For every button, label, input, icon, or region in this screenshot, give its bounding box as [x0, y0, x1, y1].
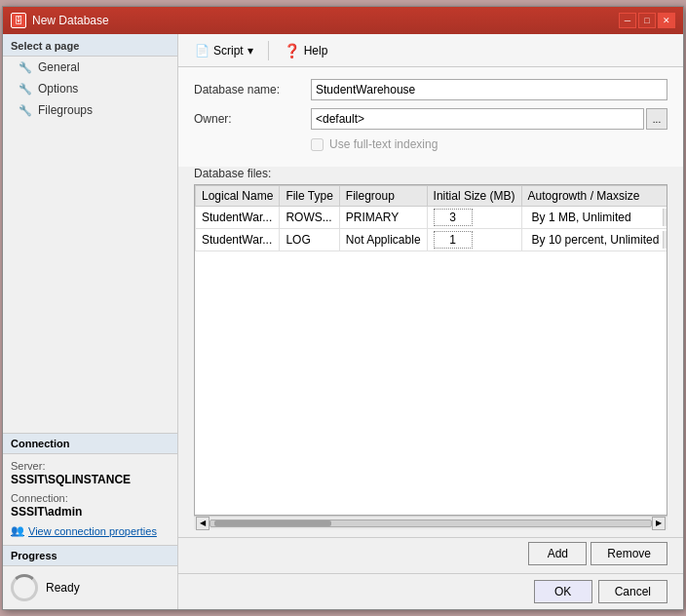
script-dropdown-icon: ▾: [248, 44, 253, 58]
maximize-button[interactable]: □: [638, 13, 656, 28]
title-bar: 🗄 New Database ─ □ ✕: [3, 7, 683, 34]
owner-row: Owner: ...: [194, 108, 667, 130]
spinner-circle: [11, 574, 38, 601]
main-window: 🗄 New Database ─ □ ✕ Select a page 🔧 Gen…: [2, 6, 684, 610]
scroll-right-button[interactable]: ▶: [652, 517, 666, 530]
scrollbar-track[interactable]: [210, 520, 652, 527]
sidebar-section-label: Select a page: [3, 34, 177, 57]
script-button[interactable]: 📄 Script ▾: [186, 40, 262, 61]
ok-button[interactable]: OK: [534, 580, 592, 603]
view-connection-link[interactable]: 👥 View connection properties: [11, 524, 170, 537]
col-logical-name: Logical Name: [196, 186, 280, 207]
row2-autogrowth-btn[interactable]: ...: [663, 231, 667, 249]
sidebar-connection: Connection Server: SSSIT\SQLINSTANCE Con…: [3, 433, 177, 545]
help-button[interactable]: ❓ Help: [275, 39, 337, 62]
progress-section-title: Progress: [3, 546, 177, 566]
view-connection-text: View connection properties: [28, 525, 157, 537]
sidebar: Select a page 🔧 General 🔧 Options 🔧 File…: [3, 34, 178, 609]
main-content: 📄 Script ▾ ❓ Help Database name: Owner:: [178, 34, 683, 609]
cancel-button[interactable]: Cancel: [598, 580, 667, 603]
connection-label: Connection:: [11, 492, 170, 504]
owner-label: Owner:: [194, 112, 311, 126]
footer-buttons: OK Cancel: [178, 573, 683, 609]
db-name-input[interactable]: [311, 79, 667, 100]
toolbar: 📄 Script ▾ ❓ Help: [178, 34, 683, 67]
db-files-section: Database files: Logical Name File Type F…: [178, 167, 683, 537]
db-files-label: Database files:: [194, 167, 667, 180]
title-bar-controls: ─ □ ✕: [619, 13, 675, 28]
window-body: Select a page 🔧 General 🔧 Options 🔧 File…: [3, 34, 683, 609]
owner-input-group: ...: [311, 108, 667, 130]
sidebar-item-general[interactable]: 🔧 General: [3, 57, 177, 78]
wrench-icon-filegroups: 🔧: [19, 104, 32, 117]
wrench-icon-general: 🔧: [19, 61, 32, 74]
progress-spinner: Ready: [11, 574, 170, 601]
row1-initial-size[interactable]: [427, 207, 521, 229]
sidebar-item-options-label: Options: [38, 82, 78, 96]
row2-autogrowth: By 10 percent, Unlimited ...: [521, 229, 667, 251]
script-icon: 📄: [195, 44, 210, 58]
table-row: StudentWar... ROWS... PRIMARY By 1 MB, U…: [196, 207, 668, 229]
row1-file-type: ROWS...: [280, 207, 339, 229]
row1-autogrowth-inner: By 1 MB, Unlimited ...: [528, 209, 667, 226]
add-button[interactable]: Add: [528, 542, 587, 565]
toolbar-separator: [268, 41, 269, 60]
server-label: Server:: [11, 460, 170, 472]
row2-file-type: LOG: [280, 229, 339, 251]
close-button[interactable]: ✕: [658, 13, 675, 28]
sidebar-progress: Progress Ready: [3, 545, 177, 609]
sidebar-item-filegroups[interactable]: 🔧 Filegroups: [3, 99, 177, 121]
row2-logical-name: StudentWar...: [196, 229, 280, 251]
row2-filegroup: Not Applicable: [339, 229, 427, 251]
fulltext-row: Use full-text indexing: [194, 137, 667, 155]
scrollbar-thumb[interactable]: [214, 520, 331, 526]
people-icon: 👥: [11, 524, 24, 537]
app-icon: 🗄: [11, 13, 26, 28]
server-value: SSSIT\SQLINSTANCE: [11, 473, 170, 486]
owner-browse-button[interactable]: ...: [646, 108, 667, 130]
horizontal-scrollbar[interactable]: ◀ ▶: [194, 516, 667, 529]
form-area: Database name: Owner: ... Use full-text …: [178, 67, 683, 167]
progress-status: Ready: [46, 581, 80, 595]
table-header-row: Logical Name File Type Filegroup Initial…: [196, 186, 668, 207]
sidebar-item-options[interactable]: 🔧 Options: [3, 78, 177, 99]
db-files-table: Logical Name File Type Filegroup Initial…: [195, 185, 667, 251]
row1-filegroup: PRIMARY: [339, 207, 427, 229]
row1-autogrowth: By 1 MB, Unlimited ...: [521, 207, 667, 229]
minimize-button[interactable]: ─: [619, 13, 636, 28]
sidebar-spacer: [3, 121, 177, 433]
db-name-label: Database name:: [194, 83, 311, 96]
row2-initial-size-input[interactable]: [434, 231, 473, 249]
col-file-type: File Type: [280, 186, 339, 207]
col-filegroup: Filegroup: [339, 186, 427, 207]
title-bar-left: 🗄 New Database: [11, 13, 109, 28]
remove-button[interactable]: Remove: [591, 542, 667, 565]
help-icon: ❓: [284, 43, 300, 58]
row2-autogrowth-text: By 10 percent, Unlimited: [528, 231, 664, 249]
row2-autogrowth-inner: By 10 percent, Unlimited ...: [528, 231, 667, 249]
row1-autogrowth-btn[interactable]: ...: [663, 209, 667, 226]
db-name-row: Database name:: [194, 79, 667, 100]
row2-initial-size[interactable]: [427, 229, 521, 251]
window-title: New Database: [32, 14, 109, 27]
fulltext-label: Use full-text indexing: [329, 137, 438, 151]
add-remove-buttons: Add Remove: [178, 537, 683, 573]
row1-initial-size-input[interactable]: [434, 209, 473, 226]
owner-input[interactable]: [311, 108, 644, 130]
row1-logical-name: StudentWar...: [196, 207, 280, 229]
db-files-table-container[interactable]: Logical Name File Type Filegroup Initial…: [194, 184, 667, 516]
connection-section-title: Connection: [3, 434, 177, 454]
col-initial-size: Initial Size (MB): [427, 186, 521, 207]
fulltext-checkbox: [311, 138, 324, 151]
scroll-left-button[interactable]: ◀: [196, 517, 210, 530]
help-label: Help: [304, 44, 328, 58]
col-autogrowth: Autogrowth / Maxsize: [521, 186, 667, 207]
sidebar-item-filegroups-label: Filegroups: [38, 103, 93, 117]
row1-autogrowth-text: By 1 MB, Unlimited: [528, 209, 664, 226]
script-label: Script: [213, 44, 244, 58]
connection-value: SSSIT\admin: [11, 505, 170, 519]
sidebar-item-general-label: General: [38, 60, 80, 74]
wrench-icon-options: 🔧: [19, 83, 32, 96]
table-row: StudentWar... LOG Not Applicable By 10 p…: [196, 229, 668, 251]
